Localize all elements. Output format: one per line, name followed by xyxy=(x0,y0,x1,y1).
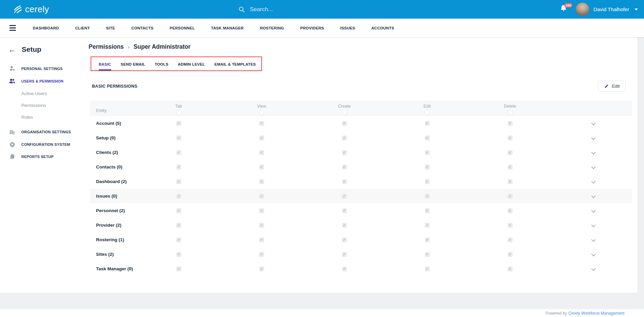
tab-send-email[interactable]: SEND EMAIL xyxy=(121,57,145,70)
delete-checkbox[interactable] xyxy=(508,252,512,257)
select-all-delete-checkbox[interactable] xyxy=(508,110,512,115)
cerely-logo[interactable]: cerely xyxy=(13,4,49,15)
select-all-create-checkbox[interactable] xyxy=(342,110,347,115)
tab-checkbox[interactable] xyxy=(176,194,181,199)
delete-checkbox[interactable] xyxy=(508,223,512,228)
view-checkbox[interactable] xyxy=(259,208,264,213)
expand-row-chevron-icon[interactable] xyxy=(592,122,595,125)
nav-item-contacts[interactable]: CONTACTS xyxy=(123,19,162,37)
tab-admin-level[interactable]: ADMIN LEVEL xyxy=(178,57,205,70)
expand-row-chevron-icon[interactable] xyxy=(592,253,595,256)
nav-item-client[interactable]: CLIENT xyxy=(67,19,98,37)
create-checkbox[interactable] xyxy=(342,136,347,140)
nav-item-personnel[interactable]: PERSONNEL xyxy=(162,19,203,37)
view-checkbox[interactable] xyxy=(259,179,264,184)
expand-row-chevron-icon[interactable] xyxy=(592,267,595,271)
breadcrumb-permissions[interactable]: Permissions xyxy=(89,43,124,50)
edit-checkbox[interactable] xyxy=(425,252,430,257)
tab-checkbox[interactable] xyxy=(176,150,181,155)
edit-checkbox[interactable] xyxy=(425,136,430,140)
sidebar-item-configuration-system[interactable]: CONFIGURATION SYSTEM xyxy=(0,138,85,151)
expand-row-chevron-icon[interactable] xyxy=(592,195,595,198)
edit-checkbox[interactable] xyxy=(425,267,430,271)
expand-row-chevron-icon[interactable] xyxy=(592,224,595,227)
create-checkbox[interactable] xyxy=(342,179,347,184)
view-checkbox[interactable] xyxy=(259,165,264,169)
hamburger-menu-icon[interactable] xyxy=(9,25,16,31)
sidebar-item-organisation-settings[interactable]: ORGANISATION SETTINGS xyxy=(0,126,85,138)
tab-basic[interactable]: BASIC xyxy=(99,57,111,70)
expand-row-chevron-icon[interactable] xyxy=(592,151,595,154)
tab-checkbox[interactable] xyxy=(176,252,181,257)
expand-row-chevron-icon[interactable] xyxy=(592,238,595,242)
delete-checkbox[interactable] xyxy=(508,150,512,155)
delete-checkbox[interactable] xyxy=(508,208,512,213)
edit-checkbox[interactable] xyxy=(425,208,430,213)
edit-checkbox[interactable] xyxy=(425,223,430,228)
create-checkbox[interactable] xyxy=(342,208,347,213)
expand-row-chevron-icon[interactable] xyxy=(592,165,595,169)
edit-button[interactable]: Edit xyxy=(598,81,626,92)
delete-checkbox[interactable] xyxy=(508,121,512,126)
nav-item-providers[interactable]: PROVIDERS xyxy=(292,19,332,37)
nav-item-site[interactable]: SITE xyxy=(98,19,123,37)
search-input[interactable] xyxy=(250,6,338,13)
expand-row-chevron-icon[interactable] xyxy=(592,209,595,212)
edit-checkbox[interactable] xyxy=(425,237,430,242)
tab-checkbox[interactable] xyxy=(176,165,181,169)
edit-checkbox[interactable] xyxy=(425,150,430,155)
expand-row-chevron-icon[interactable] xyxy=(592,180,595,183)
view-checkbox[interactable] xyxy=(259,194,264,199)
sidebar-subitem-permissions[interactable]: Permissions xyxy=(0,99,85,111)
edit-checkbox[interactable] xyxy=(425,165,430,169)
tab-checkbox[interactable] xyxy=(176,237,181,242)
nav-item-task-manager[interactable]: TASK MANAGER xyxy=(203,19,252,37)
view-checkbox[interactable] xyxy=(259,237,264,242)
tab-checkbox[interactable] xyxy=(176,136,181,140)
delete-checkbox[interactable] xyxy=(508,179,512,184)
delete-checkbox[interactable] xyxy=(508,165,512,169)
create-checkbox[interactable] xyxy=(342,267,347,271)
nav-item-issues[interactable]: ISSUES xyxy=(332,19,363,37)
tab-checkbox[interactable] xyxy=(176,121,181,126)
sidebar-item-users-permission[interactable]: USERS & PERMISSION xyxy=(0,75,85,88)
tab-checkbox[interactable] xyxy=(176,179,181,184)
select-all-tab-checkbox[interactable] xyxy=(176,110,181,115)
delete-checkbox[interactable] xyxy=(508,136,512,140)
create-checkbox[interactable] xyxy=(342,237,347,242)
user-menu[interactable]: David Thalhofer xyxy=(576,3,638,16)
sidebar-item-reports-setup[interactable]: REPORTS SETUP xyxy=(0,151,85,163)
view-checkbox[interactable] xyxy=(259,136,264,140)
view-checkbox[interactable] xyxy=(259,150,264,155)
delete-checkbox[interactable] xyxy=(508,194,512,199)
tab-checkbox[interactable] xyxy=(176,223,181,228)
tab-tools[interactable]: TOOLS xyxy=(155,57,168,70)
select-all-edit-checkbox[interactable] xyxy=(425,110,430,115)
tab-checkbox[interactable] xyxy=(176,267,181,271)
edit-checkbox[interactable] xyxy=(425,179,430,184)
view-checkbox[interactable] xyxy=(259,267,264,271)
view-checkbox[interactable] xyxy=(259,223,264,228)
create-checkbox[interactable] xyxy=(342,223,347,228)
nav-item-dashboard[interactable]: DASHBOARD xyxy=(25,19,67,37)
tab-email-templates[interactable]: EMAIL & TEMPLATES xyxy=(214,57,256,70)
create-checkbox[interactable] xyxy=(342,252,347,257)
select-all-view-checkbox[interactable] xyxy=(259,110,264,115)
cerely-workforce-link[interactable]: Cerely Workforce Management xyxy=(568,311,624,316)
nav-item-accounts[interactable]: ACCOUNTS xyxy=(363,19,402,37)
create-checkbox[interactable] xyxy=(342,194,347,199)
edit-checkbox[interactable] xyxy=(425,121,430,126)
view-checkbox[interactable] xyxy=(259,252,264,257)
edit-checkbox[interactable] xyxy=(425,194,430,199)
back-arrow-icon[interactable]: ← xyxy=(8,46,16,53)
view-checkbox[interactable] xyxy=(259,121,264,126)
notifications-button[interactable]: 160 xyxy=(559,4,570,15)
create-checkbox[interactable] xyxy=(342,150,347,155)
delete-checkbox[interactable] xyxy=(508,267,512,271)
create-checkbox[interactable] xyxy=(342,121,347,126)
sidebar-item-personal-settings[interactable]: PERSONAL SETTINGS xyxy=(0,62,85,75)
create-checkbox[interactable] xyxy=(342,165,347,169)
delete-checkbox[interactable] xyxy=(508,237,512,242)
expand-row-chevron-icon[interactable] xyxy=(592,136,595,140)
sidebar-subitem-active-users[interactable]: Active Users xyxy=(0,88,85,99)
